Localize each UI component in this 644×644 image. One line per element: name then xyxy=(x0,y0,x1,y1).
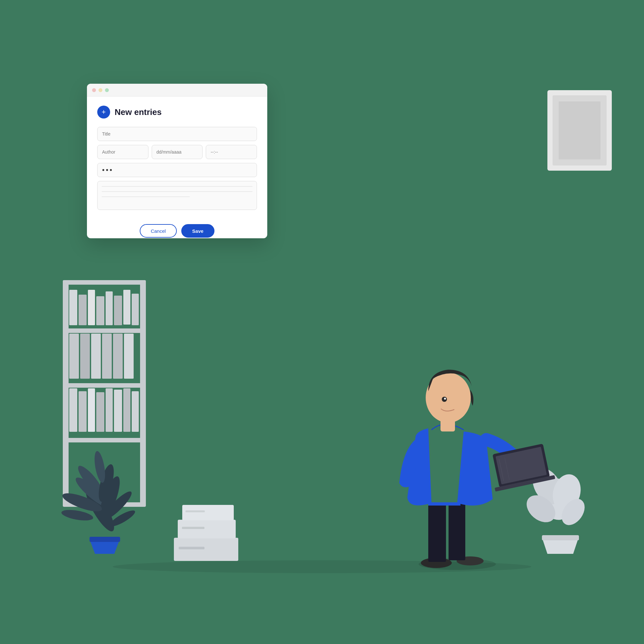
svg-rect-25 xyxy=(96,392,104,432)
svg-rect-49 xyxy=(542,535,579,540)
traffic-dot-green xyxy=(105,88,109,92)
svg-point-39 xyxy=(61,508,94,523)
svg-rect-10 xyxy=(88,290,95,325)
svg-rect-13 xyxy=(114,296,122,325)
modal-body: + New entries ••• xyxy=(87,97,267,238)
svg-rect-5 xyxy=(63,383,146,388)
svg-point-52 xyxy=(549,471,584,514)
modal-header: + New entries xyxy=(97,106,257,118)
traffic-dot-yellow xyxy=(99,88,102,92)
svg-point-37 xyxy=(75,463,105,497)
svg-marker-30 xyxy=(90,541,119,554)
svg-rect-21 xyxy=(124,334,134,379)
svg-point-51 xyxy=(526,463,568,509)
traffic-dot-red xyxy=(92,88,96,92)
svg-point-34 xyxy=(95,474,124,524)
svg-rect-46 xyxy=(182,505,234,520)
svg-rect-62 xyxy=(449,502,465,560)
svg-point-64 xyxy=(426,373,471,423)
svg-rect-23 xyxy=(79,391,87,432)
svg-point-60 xyxy=(457,556,484,565)
svg-line-69 xyxy=(499,459,504,481)
svg-rect-68 xyxy=(496,447,547,484)
author-input[interactable] xyxy=(97,145,148,159)
svg-point-41 xyxy=(93,450,107,483)
svg-rect-31 xyxy=(90,537,120,542)
svg-point-32 xyxy=(81,483,119,535)
svg-point-54 xyxy=(557,495,590,529)
svg-point-66 xyxy=(444,398,446,400)
svg-point-65 xyxy=(442,397,447,402)
plus-icon-circle: + xyxy=(97,106,110,118)
svg-rect-67 xyxy=(492,444,550,488)
svg-rect-61 xyxy=(428,502,446,562)
svg-rect-56 xyxy=(553,95,607,166)
svg-rect-26 xyxy=(106,388,113,432)
svg-rect-29 xyxy=(132,391,139,432)
svg-rect-47 xyxy=(185,510,205,512)
svg-rect-15 xyxy=(132,294,139,325)
date-input[interactable] xyxy=(152,145,203,159)
svg-rect-3 xyxy=(63,280,146,285)
svg-rect-44 xyxy=(178,520,236,538)
svg-point-33 xyxy=(72,474,114,512)
description-textarea[interactable] xyxy=(97,181,257,210)
svg-rect-8 xyxy=(69,290,77,325)
svg-point-38 xyxy=(96,463,117,503)
svg-rect-57 xyxy=(559,101,601,159)
svg-rect-63 xyxy=(440,412,455,431)
svg-rect-45 xyxy=(182,527,204,529)
form-row-author-date xyxy=(97,145,257,159)
svg-rect-24 xyxy=(88,388,95,432)
svg-marker-48 xyxy=(543,539,578,554)
svg-rect-22 xyxy=(69,388,77,432)
svg-rect-55 xyxy=(547,90,612,171)
textarea-wrapper xyxy=(97,181,257,218)
svg-rect-71 xyxy=(495,475,555,491)
svg-rect-7 xyxy=(63,502,146,507)
svg-rect-1 xyxy=(63,280,69,506)
password-dots: ••• xyxy=(102,166,113,174)
svg-point-40 xyxy=(108,508,137,529)
modal-title: New entries xyxy=(115,107,162,117)
svg-rect-12 xyxy=(106,291,113,325)
svg-point-59 xyxy=(421,558,452,568)
svg-rect-9 xyxy=(79,295,87,325)
scene: + New entries ••• xyxy=(0,0,644,644)
svg-rect-19 xyxy=(102,334,112,379)
plus-icon: + xyxy=(102,109,106,116)
modal-wrapper: + New entries ••• xyxy=(87,84,267,238)
cancel-button[interactable]: Cancel xyxy=(140,224,177,238)
svg-rect-2 xyxy=(140,280,146,506)
svg-rect-4 xyxy=(63,328,146,333)
svg-point-35 xyxy=(61,490,104,515)
svg-line-70 xyxy=(505,458,509,479)
modal-card: + New entries ••• xyxy=(87,84,267,238)
svg-rect-17 xyxy=(80,334,90,379)
svg-rect-6 xyxy=(63,438,146,442)
svg-point-0 xyxy=(113,560,531,573)
svg-rect-14 xyxy=(123,290,130,325)
svg-rect-18 xyxy=(91,334,101,379)
password-field[interactable]: ••• xyxy=(97,163,257,177)
svg-point-36 xyxy=(100,488,135,523)
svg-point-58 xyxy=(419,558,496,570)
svg-rect-43 xyxy=(179,547,204,549)
svg-point-53 xyxy=(521,490,561,528)
svg-rect-42 xyxy=(174,538,238,561)
svg-point-50 xyxy=(537,476,576,522)
svg-rect-27 xyxy=(114,390,122,432)
svg-rect-20 xyxy=(113,334,123,379)
svg-rect-16 xyxy=(69,334,79,379)
title-input[interactable] xyxy=(97,127,257,141)
time-input[interactable] xyxy=(206,145,257,159)
button-row: Cancel Save xyxy=(97,224,257,238)
save-button[interactable]: Save xyxy=(181,224,214,238)
modal-titlebar xyxy=(87,84,267,97)
svg-rect-28 xyxy=(123,388,130,432)
svg-rect-11 xyxy=(96,296,104,325)
